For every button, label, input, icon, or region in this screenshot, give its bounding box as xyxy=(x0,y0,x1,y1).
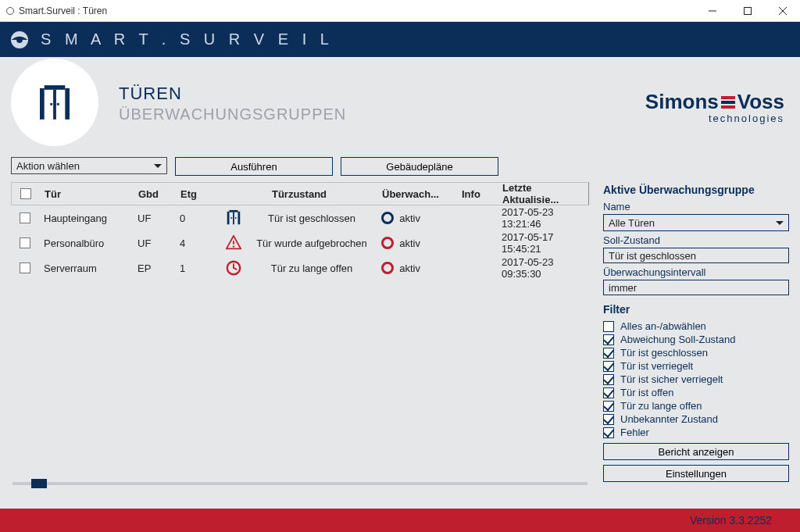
filter-label: Unbekannter Zustand xyxy=(620,413,718,425)
filter-item[interactable]: Alles an-/abwählen xyxy=(603,320,789,332)
cell-monitoring: aktiv xyxy=(377,262,456,274)
svg-rect-15 xyxy=(233,212,234,225)
col-tur[interactable]: Tür xyxy=(40,183,134,205)
svg-point-16 xyxy=(230,217,232,219)
company-logo: Simons Voss technologies xyxy=(645,90,784,124)
cell-gbd: UF xyxy=(133,212,175,224)
soll-label: Soll-Zustand xyxy=(603,234,789,246)
cell-etg: 0 xyxy=(175,212,220,224)
filter-label: Tür zu lange offen xyxy=(620,400,702,412)
doors-table: Tür Gbd Etg Türzustand Überwach... Info … xyxy=(11,182,589,280)
window-titlebar: Smart.Surveil : Türen xyxy=(0,0,800,22)
filter-item[interactable]: Tür zu lange offen xyxy=(603,400,789,412)
brand-name: S M A R T . S U R V E I L xyxy=(41,30,334,48)
filter-label: Fehler xyxy=(620,427,649,438)
page-title: TÜREN xyxy=(119,84,346,104)
svg-rect-14 xyxy=(230,210,238,212)
cell-monitoring: aktiv xyxy=(377,237,456,249)
door-icon xyxy=(40,85,70,120)
row-checkbox[interactable] xyxy=(20,237,30,248)
svg-rect-10 xyxy=(50,103,52,105)
col-update[interactable]: Letzte Aktualisie... xyxy=(498,183,588,205)
filter-checkbox[interactable] xyxy=(603,401,614,412)
table-row[interactable]: PersonalbüroUF4Tür wurde aufgebrochen ak… xyxy=(11,230,589,255)
cell-state: Tür wurde aufgebrochen xyxy=(247,237,377,249)
cell-update: 2017-05-17 15:45:21 xyxy=(497,231,589,255)
settings-button[interactable]: Einstellungen xyxy=(603,465,789,482)
col-info[interactable]: Info xyxy=(457,183,498,205)
filter-label: Tür ist sicher verriegelt xyxy=(620,373,723,385)
logo-bars-icon xyxy=(721,96,735,109)
svg-rect-6 xyxy=(40,88,45,120)
filter-item[interactable]: Fehler xyxy=(603,427,789,438)
action-select[interactable]: Aktion wählen xyxy=(11,157,167,174)
svg-point-19 xyxy=(233,245,234,247)
svg-rect-12 xyxy=(227,212,230,225)
svg-point-17 xyxy=(235,217,237,219)
cell-tur: Haupteingang xyxy=(39,212,133,224)
window-title: Smart.Surveil : Türen xyxy=(19,5,107,16)
soll-value: Tür ist geschlossen xyxy=(603,248,789,263)
filter-checkbox[interactable] xyxy=(603,348,614,359)
minimize-button[interactable] xyxy=(695,0,730,22)
filter-item[interactable]: Tür ist sicher verriegelt xyxy=(603,373,789,385)
cell-etg: 1 xyxy=(175,262,220,274)
filter-label: Alles an-/abwählen xyxy=(620,320,706,332)
col-etg[interactable]: Etg xyxy=(176,183,221,205)
svg-rect-11 xyxy=(57,103,59,105)
version-text: Version 3.3.2252 xyxy=(690,514,772,527)
svg-rect-9 xyxy=(53,90,56,120)
filter-heading: Filter xyxy=(603,303,789,316)
table-row[interactable]: ServerraumEP1Tür zu lange offen aktiv201… xyxy=(11,255,589,280)
filter-item[interactable]: Unbekannter Zustand xyxy=(603,413,789,425)
filter-label: Tür ist verriegelt xyxy=(620,360,693,372)
col-gbd[interactable]: Gbd xyxy=(134,183,176,205)
cell-update: 2017-05-23 13:21:46 xyxy=(497,206,589,230)
filter-checkbox[interactable] xyxy=(603,361,614,372)
svg-point-5 xyxy=(16,37,23,43)
chevron-down-icon xyxy=(154,164,162,168)
svg-rect-7 xyxy=(65,88,70,120)
interval-value: immer xyxy=(603,280,789,295)
footer-bar: Version 3.3.2252 xyxy=(0,509,800,532)
brand-bar: S M A R T . S U R V E I L xyxy=(0,22,800,57)
cell-monitoring: aktiv xyxy=(377,212,456,224)
filter-checkbox[interactable] xyxy=(603,387,614,398)
group-name-select[interactable]: Alle Türen xyxy=(603,214,789,231)
zoom-slider[interactable] xyxy=(12,482,588,485)
table-row[interactable]: HaupteingangUF0Tür ist geschlossen aktiv… xyxy=(11,205,589,230)
monitoring-status-icon xyxy=(381,262,394,274)
app-icon xyxy=(6,7,14,15)
filter-label: Abweichung Soll-Zustand xyxy=(620,334,735,345)
zoom-slider-thumb[interactable] xyxy=(31,479,47,488)
cell-gbd: UF xyxy=(133,237,175,249)
building-plans-button[interactable]: Gebäudepläne xyxy=(341,157,498,176)
filter-checkbox[interactable] xyxy=(603,427,614,438)
filter-item[interactable]: Tür ist offen xyxy=(603,387,789,398)
filter-label: Tür ist geschlossen xyxy=(620,347,708,359)
execute-button[interactable]: Ausführen xyxy=(175,157,333,176)
monitoring-status-icon xyxy=(381,212,394,224)
show-report-button[interactable]: Bericht anzeigen xyxy=(603,443,789,460)
filter-item[interactable]: Tür ist verriegelt xyxy=(603,360,789,372)
filter-checkbox[interactable] xyxy=(603,334,614,345)
select-all-checkbox[interactable] xyxy=(20,188,31,199)
row-checkbox[interactable] xyxy=(20,212,30,223)
filter-checkbox[interactable] xyxy=(603,321,614,332)
filter-item[interactable]: Abweichung Soll-Zustand xyxy=(603,334,789,345)
close-button[interactable] xyxy=(765,0,800,22)
cell-tur: Personalbüro xyxy=(39,237,133,249)
cell-gbd: EP xyxy=(133,262,175,274)
svg-rect-8 xyxy=(45,85,66,90)
state-icon xyxy=(220,234,247,252)
cell-update: 2017-05-23 09:35:30 xyxy=(497,256,589,280)
maximize-button[interactable] xyxy=(730,0,765,22)
state-icon xyxy=(220,259,247,277)
filter-checkbox[interactable] xyxy=(603,374,614,385)
filter-checkbox[interactable] xyxy=(603,414,614,425)
col-monitoring[interactable]: Überwach... xyxy=(377,183,457,205)
row-checkbox[interactable] xyxy=(20,262,30,273)
filter-item[interactable]: Tür ist geschlossen xyxy=(603,347,789,359)
right-sidebar: Aktive Überwachungsgruppe Name Alle Türe… xyxy=(603,182,789,485)
col-state[interactable]: Türzustand xyxy=(221,183,377,205)
